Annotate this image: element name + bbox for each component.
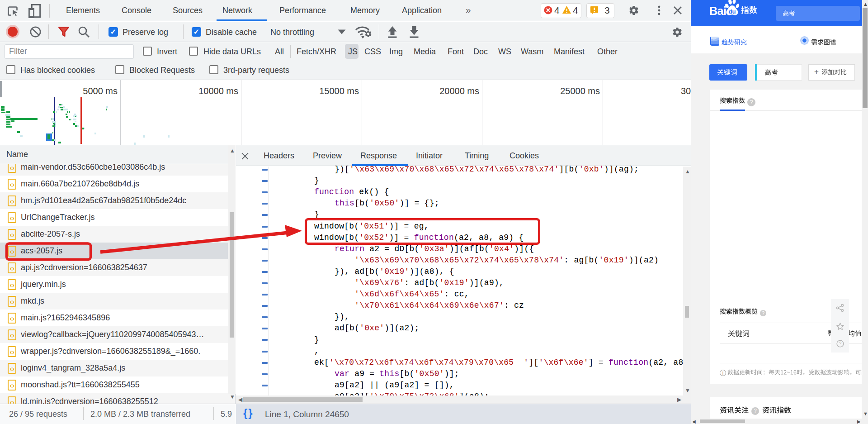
svg-text:du: du — [729, 8, 736, 15]
svg-text:?: ? — [839, 341, 842, 346]
